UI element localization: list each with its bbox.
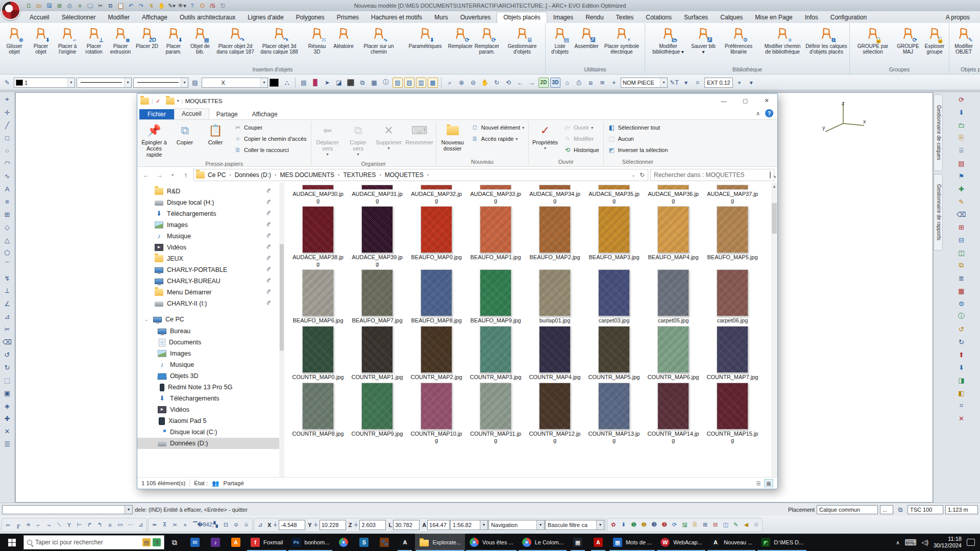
sidebar-item-r-d[interactable]: R&D — [137, 186, 284, 197]
panel-icon[interactable]: ▦ — [955, 285, 968, 297]
copy-path-button[interactable]: ⌗Copier le chemin d'accès — [231, 134, 309, 144]
arcplus-icon[interactable]: A — [395, 534, 415, 551]
file-item[interactable]: COUNTR_MAP3.jpg — [466, 326, 525, 383]
doc-icon[interactable]: ≡ — [76, 2, 84, 10]
tool-icon[interactable]: ✕ — [1, 425, 13, 437]
taskbar-clock[interactable]: 11:18 30/12/2024 — [934, 536, 962, 549]
sidebar-item-objets-3d[interactable]: Objets 3D — [137, 370, 284, 382]
tool-icon[interactable]: ⋯ — [126, 520, 135, 530]
menu-tab-images[interactable]: Images — [547, 12, 579, 23]
history-button[interactable]: ⟲Historique — [561, 145, 602, 155]
thumbnails-view-button[interactable]: ▦ — [764, 479, 773, 487]
pen-number-dropdown[interactable]: 1▾ — [14, 78, 75, 88]
mail-app-icon[interactable]: ✉ — [185, 534, 205, 551]
menu-tab-infos[interactable]: Infos — [799, 12, 824, 23]
lock-icon[interactable]: ⏚ — [272, 520, 278, 530]
flash-icon[interactable]: ↯ — [147, 2, 156, 10]
tool-icon[interactable]: ≑ — [23, 520, 33, 530]
webacap-window[interactable]: WWebAcap... — [656, 534, 706, 551]
ribbon-button-placer-param-[interactable]: ⬇Placer param. — [160, 23, 187, 56]
file-item[interactable]: carpet06.jpg — [703, 269, 762, 326]
menu-tab-surfaces[interactable]: Surfaces — [678, 12, 714, 23]
tool-icon[interactable]: △ — [1, 234, 13, 246]
invert-selection-button[interactable]: ◩Inverser la sélection — [605, 145, 671, 155]
quick-access-button[interactable]: 🗎Accès rapide▾ — [469, 134, 527, 144]
panel-icon[interactable]: ⌗ — [955, 399, 968, 412]
zoom-pan-icon[interactable]: → — [527, 78, 537, 88]
file-item[interactable]: AUDACE_MAP31.jpg — [348, 185, 407, 206]
ribbon-button-groupe-par-s-lection[interactable]: 🔒GROUPE par sélection — [851, 23, 895, 56]
command-history-dropdown[interactable]: ▾ — [2, 505, 133, 514]
file-item[interactable]: AUDACE_MAP39.jpg — [348, 206, 407, 269]
tool-icon[interactable]: ◠ — [1, 157, 13, 169]
tab-affichage[interactable]: Affichage — [245, 109, 285, 119]
explorer-window[interactable]: Explorate... — [415, 534, 465, 551]
pinwheel-icon[interactable] — [333, 534, 354, 551]
refresh-icon[interactable]: ↻ — [640, 171, 645, 179]
file-item[interactable]: BEAUFO_MAP0.jpg — [407, 206, 466, 269]
exit-icon[interactable]: ⎋ — [218, 2, 227, 10]
new-file-icon[interactable]: 🗋 — [24, 2, 33, 10]
tool-icon[interactable]: ↻ — [1, 361, 13, 373]
avast-icon[interactable]: A — [226, 534, 246, 551]
tool-icon[interactable]: ☰ — [1, 438, 13, 450]
menu-tab-hachures-et-motifs[interactable]: Hachures et motifs — [365, 12, 428, 23]
breadcrumb-item-mes-documents[interactable]: MES DOCUMENTS — [279, 171, 335, 179]
file-item[interactable]: AUDACE_MAP37.jpg — [703, 185, 762, 206]
sidebar-item-musique[interactable]: ♪Musique — [137, 359, 284, 370]
photos-app-icon[interactable]: ▦ — [568, 534, 588, 551]
sidebar-scrollbar[interactable] — [279, 183, 284, 477]
panel-icon[interactable]: ⬇ — [955, 361, 968, 373]
sidebar-item-images[interactable]: Images — [137, 219, 284, 231]
tool-icon[interactable]: ◀ — [741, 520, 751, 530]
fill-color-swatch[interactable] — [270, 79, 279, 87]
toolbar-icon[interactable]: ▾ — [681, 78, 691, 88]
tool-icon[interactable]: ◈ — [1, 399, 13, 412]
details-view-button[interactable]: ☰ — [754, 479, 763, 487]
file-item[interactable]: COUNTR_MAP9.jpg — [348, 383, 407, 446]
panel-icon[interactable]: ⓘ — [955, 310, 968, 322]
pin-quick-access-button[interactable]: 📌 Épingler à Accès rapide — [139, 121, 169, 160]
plot-icon[interactable]: 🖵 — [86, 2, 94, 10]
menu-tab-configuration[interactable]: Configuration — [824, 12, 873, 23]
panel-icon[interactable]: 🗀 — [955, 119, 968, 131]
line-style-dropdown[interactable]: ▾ — [77, 78, 132, 88]
menu-tab-s-lectionner[interactable]: Sélectionner — [56, 12, 102, 23]
sidebar-item-musique[interactable]: ♪Musique — [137, 231, 284, 242]
menu-tab-prismes[interactable]: Prismes — [331, 12, 365, 23]
file-item[interactable]: COUNTR_MAP11.jpg — [466, 383, 525, 446]
layer-color-icon[interactable]: ▤ — [190, 78, 200, 88]
chrome-window-1[interactable]: Vous êtes ... — [465, 534, 518, 551]
panel-icon[interactable]: ⬇ — [955, 106, 968, 118]
properties-button[interactable]: ✓Propriétés▾ — [530, 121, 560, 154]
breadcrumb-item-textures[interactable]: TEXTURES — [342, 171, 377, 179]
copy-icon[interactable]: ⧉ — [106, 2, 115, 10]
arcS-icon[interactable]: /S — [208, 2, 217, 10]
paste-icon[interactable]: 📋 — [116, 2, 125, 10]
forward-button[interactable]: → — [154, 169, 165, 181]
menu-tab-rendu[interactable]: Rendu — [579, 12, 609, 23]
ribbon-button-exploser-groupe[interactable]: 🔓Exploser groupe — [921, 23, 948, 56]
back-button[interactable]: ← — [140, 169, 152, 181]
tool-icon[interactable]: 🖫 — [680, 520, 690, 530]
recent-locations-icon[interactable]: ▾ — [167, 169, 178, 181]
file-item[interactable]: AUDACE_MAP30.jpg — [288, 185, 348, 206]
ribbon-button-gestionnaire-d-objets[interactable]: ⌹Gestionnaire d'objets — [500, 23, 544, 56]
zoom-pan-icon[interactable]: ↻ — [492, 78, 502, 88]
menu-tab-mise-en-page[interactable]: Mise en Page — [749, 12, 798, 23]
ribbon-button-glisser-objet[interactable]: ⊕Glisser objet — [1, 23, 28, 56]
tab-accueil[interactable]: Accueil — [174, 108, 209, 119]
menu-tab-modifier[interactable]: Modifier — [102, 12, 136, 23]
ribbon-button-placer-objet[interactable]: ⬇Placer objet — [28, 23, 54, 56]
tool-icon[interactable]: ▚ — [211, 520, 220, 530]
panel-icon[interactable]: ↺ — [955, 323, 968, 335]
foxmail-window[interactable]: fFoxmail — [246, 534, 287, 551]
menu-tab-affichage[interactable]: Affichage — [136, 12, 174, 23]
tool-icon[interactable]: Y — [64, 520, 74, 530]
panel-icon[interactable]: ⚙ — [955, 297, 968, 310]
explorer-titlebar[interactable]: | ✓ ▾ | MOQUETTES — ▢ ✕ — [137, 94, 777, 108]
sidebar-item-vid-os[interactable]: Vidéos — [137, 242, 284, 253]
tool-icon[interactable]: ➊ — [629, 520, 639, 530]
keyboard-icon[interactable]: ⌨ — [905, 538, 917, 547]
edit-button[interactable]: ✎Modifier — [561, 134, 602, 144]
